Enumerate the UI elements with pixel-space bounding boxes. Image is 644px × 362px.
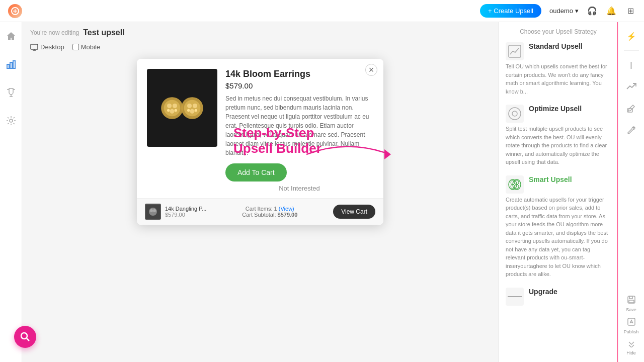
svg-point-7 [164,100,181,116]
user-menu[interactable]: oudemo ▾ [549,7,579,15]
save-label: Save [626,307,636,312]
hide-label: Hide [626,350,636,355]
desktop-label: Desktop [40,43,64,51]
svg-rect-37 [629,296,632,299]
svg-point-26 [509,108,521,120]
close-button[interactable]: × [365,64,377,76]
add-to-cart-button[interactable]: Add To Cart [225,163,287,182]
cart-product-name: 14k Dangling P... [165,206,206,212]
editing-bar: You're now editing Test upsell [22,26,498,41]
popup-body: 14k Bloom Earrings $579.00 Sed in metus … [137,59,383,198]
cart-view-link[interactable]: (View) [279,206,294,212]
standard-upsell-icon [506,42,524,60]
editing-label: You're now editing [30,29,79,36]
action-wrench-button[interactable] [621,121,641,141]
hide-button[interactable]: Hide [621,338,641,358]
cart-subtotal-label: Cart Subtotal: [242,212,276,218]
strategy-panel: Choose your Upsell Strategy Standard Ups… [499,22,618,362]
top-nav-right: + Create Upsell oudemo ▾ 🎧 🔔 ⊞ [480,4,636,18]
svg-point-19 [195,109,197,111]
desktop-toggle[interactable]: Desktop [30,43,64,51]
strategy-title: Choose your Upsell Strategy [506,28,611,35]
svg-rect-1 [7,64,9,68]
sidebar-gear-icon[interactable] [3,113,19,129]
not-interested-link[interactable]: Not Interested [225,185,373,192]
svg-line-42 [27,338,29,341]
standard-upsell-title: Standard Upsell [529,42,583,50]
publish-icon [627,317,636,328]
grid-icon[interactable]: ⊞ [625,6,636,17]
wrench-icon [627,126,636,137]
strategy-item-smart[interactable]: Smart Upsell Create automatic upsells fo… [506,175,611,279]
svg-point-41 [21,333,27,339]
top-nav: + Create Upsell oudemo ▾ 🎧 🔔 ⊞ [0,0,644,22]
smart-upsell-desc: Create automatic upsells for your trigge… [506,196,611,279]
strategy-header-upgrade: Upgrade [506,288,611,306]
cart-subtotal-amount: $579.00 [278,212,298,218]
publish-button[interactable]: Publish [621,316,641,336]
svg-point-12 [175,109,177,111]
username-label: oudemo [549,7,573,15]
svg-rect-5 [31,44,38,49]
right-panel: Choose your Upsell Strategy Standard Ups… [498,22,644,362]
svg-point-27 [512,111,517,116]
cart-summary: Cart Items: 1 (View) Cart Subtotal: $579… [242,206,297,218]
svg-point-18 [187,109,190,111]
search-fab[interactable] [14,326,36,348]
editing-title: Test upsell [83,28,124,37]
save-icon [627,295,636,306]
sidebar-home-icon[interactable] [3,28,19,44]
cart-details: 14k Dangling P... $579.00 [165,206,206,218]
action-lightning-button[interactable]: ⚡ [621,26,641,46]
svg-point-11 [167,109,170,111]
action-edit-button[interactable] [621,99,641,119]
svg-rect-38 [629,300,634,303]
view-cart-button[interactable]: View Cart [333,205,375,219]
cart-product-price: $579.00 [165,212,206,218]
svg-point-15 [187,103,192,108]
sidebar-chart-icon[interactable] [3,56,19,72]
chevron-icon: ▾ [575,7,579,15]
strategy-header-standard: Standard Upsell [506,42,611,60]
popup-product: 14k Bloom Earrings $579.00 Sed in metus … [147,69,373,192]
svg-rect-25 [509,45,521,57]
popup-card: × [137,59,383,225]
cart-items-label: Cart Items: 1 [246,206,277,212]
mobile-label: Mobile [81,43,100,51]
sidebar-trophy-icon[interactable] [3,84,19,101]
cart-product: 14k Dangling P... $579.00 [145,204,206,220]
product-image [147,69,217,147]
mobile-toggle[interactable]: Mobile [72,43,100,51]
standard-upsell-desc: Tell OU which upsells convert the best f… [506,62,611,96]
svg-point-21 [149,208,157,216]
svg-point-14 [184,100,201,116]
action-divider-1 [624,50,639,51]
product-description: Sed in metus nec dui consequat vestibulu… [225,94,373,157]
mobile-checkbox[interactable] [72,44,79,50]
svg-point-10 [170,109,174,113]
modal-area: × [22,55,498,362]
strategy-item-standard[interactable]: Standard Upsell Tell OU which upsells co… [506,42,611,96]
strategy-item-upgrade[interactable]: Upgrade [506,288,611,306]
optimize-upsell-desc: Split test multiple upsell products to s… [506,125,611,166]
svg-rect-39 [628,318,635,325]
main-layout: You're now editing Test upsell Desktop M… [0,22,644,362]
svg-point-22 [150,209,153,212]
svg-point-8 [167,103,172,108]
lightning-icon: ⚡ [626,32,636,41]
logo [8,4,22,18]
action-trend-button[interactable] [621,77,641,97]
left-sidebar [0,22,22,362]
bell-icon[interactable]: 🔔 [606,6,617,17]
create-upsell-button[interactable]: + Create Upsell [480,4,541,18]
edit-icon [627,104,636,115]
popup-footer: 14k Dangling P... $579.00 Cart Items: 1 … [137,198,383,225]
strategy-item-optimize[interactable]: Optimize Upsell Split test multiple upse… [506,105,611,166]
svg-point-23 [153,209,156,212]
hide-icon [627,340,636,349]
save-button[interactable]: Save [621,294,641,314]
headphones-icon[interactable]: 🎧 [587,6,598,17]
strategy-header-optimize: Optimize Upsell [506,105,611,123]
action-bar-button[interactable]: | [621,55,641,75]
product-price: $579.00 [225,81,373,90]
